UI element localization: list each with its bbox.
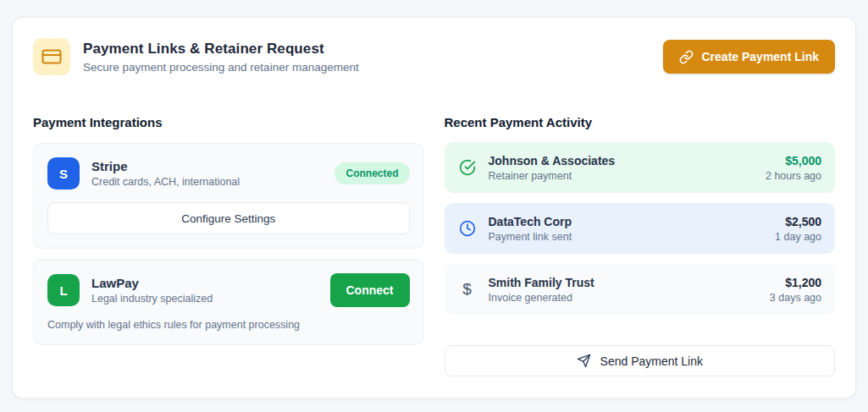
integration-card-stripe: S Stripe Credit cards, ACH, internationa… xyxy=(33,143,424,249)
activity-time: 1 day ago xyxy=(775,231,821,243)
link-icon xyxy=(679,50,694,64)
dollar-icon: $ xyxy=(458,280,477,299)
clock-icon xyxy=(458,220,477,237)
activity-section-title: Recent Payment Activity xyxy=(445,115,836,129)
check-circle-icon xyxy=(458,159,477,176)
lawpay-description: Legal industry specialized xyxy=(91,293,330,305)
activity-client: Smith Family Trust xyxy=(489,276,770,289)
payment-integrations-section: Payment Integrations S Stripe Credit car… xyxy=(33,115,424,376)
activity-amount-group: $1,200 3 days ago xyxy=(770,276,821,304)
send-payment-link-label: Send Payment Link xyxy=(600,354,703,368)
send-payment-link-button[interactable]: Send Payment Link xyxy=(445,345,836,376)
lawpay-compliance-note: Comply with legal ethics rules for payme… xyxy=(47,319,410,331)
panel-header: Payment Links & Retainer Request Secure … xyxy=(33,38,835,75)
activity-text: Smith Family Trust Invoice generated xyxy=(489,276,770,304)
lawpay-name: LawPay xyxy=(91,276,330,290)
credit-card-icon xyxy=(33,38,70,75)
activity-text: DataTech Corp Payment link sent xyxy=(489,215,776,243)
configure-settings-button[interactable]: Configure Settings xyxy=(47,202,410,234)
stripe-text: Stripe Credit cards, ACH, international xyxy=(91,159,334,188)
activity-time: 3 days ago xyxy=(770,292,821,304)
activity-text: Johnson & Associates Retainer payment xyxy=(489,154,766,182)
content-columns: Payment Integrations S Stripe Credit car… xyxy=(33,115,835,376)
integrations-section-title: Payment Integrations xyxy=(33,115,424,129)
activity-amount-group: $2,500 1 day ago xyxy=(775,215,821,243)
activity-amount: $1,200 xyxy=(770,276,821,289)
lawpay-row: L LawPay Legal industry specialized Conn… xyxy=(47,273,410,307)
activity-client: Johnson & Associates xyxy=(489,154,766,168)
connect-button[interactable]: Connect xyxy=(330,273,410,307)
activity-detail: Payment link sent xyxy=(489,231,776,243)
create-payment-link-button[interactable]: Create Payment Link xyxy=(663,40,836,74)
activity-detail: Invoice generated xyxy=(489,292,770,304)
stripe-avatar: S xyxy=(47,157,80,190)
activity-row-datatech[interactable]: DataTech Corp Payment link sent $2,500 1… xyxy=(445,203,836,254)
activity-amount-group: $5,000 2 hours ago xyxy=(766,154,821,182)
activity-row-smith[interactable]: $ Smith Family Trust Invoice generated $… xyxy=(445,264,836,315)
connected-status-badge: Connected xyxy=(334,162,409,184)
header-text: Payment Links & Retainer Request Secure … xyxy=(83,41,359,74)
activity-amount: $2,500 xyxy=(775,215,821,228)
create-payment-link-label: Create Payment Link xyxy=(702,50,820,63)
activity-client: DataTech Corp xyxy=(489,215,776,228)
activity-amount: $5,000 xyxy=(766,154,821,168)
stripe-description: Credit cards, ACH, international xyxy=(91,176,334,188)
payment-links-panel: Payment Links & Retainer Request Secure … xyxy=(12,17,856,398)
stripe-row: S Stripe Credit cards, ACH, internationa… xyxy=(47,157,410,190)
activity-detail: Retainer payment xyxy=(489,170,766,182)
recent-payment-activity-section: Recent Payment Activity Johnson & Associ… xyxy=(445,115,836,376)
lawpay-text: LawPay Legal industry specialized xyxy=(91,276,330,305)
page-subtitle: Secure payment processing and retainer m… xyxy=(83,61,359,74)
activity-time: 2 hours ago xyxy=(766,170,821,182)
send-icon xyxy=(577,354,591,368)
header-title-group: Payment Links & Retainer Request Secure … xyxy=(33,38,359,75)
integration-card-lawpay: L LawPay Legal industry specialized Conn… xyxy=(33,259,424,345)
lawpay-avatar: L xyxy=(47,274,80,306)
activity-row-johnson[interactable]: Johnson & Associates Retainer payment $5… xyxy=(445,142,836,193)
page-title: Payment Links & Retainer Request xyxy=(83,41,359,58)
stripe-name: Stripe xyxy=(91,159,334,173)
